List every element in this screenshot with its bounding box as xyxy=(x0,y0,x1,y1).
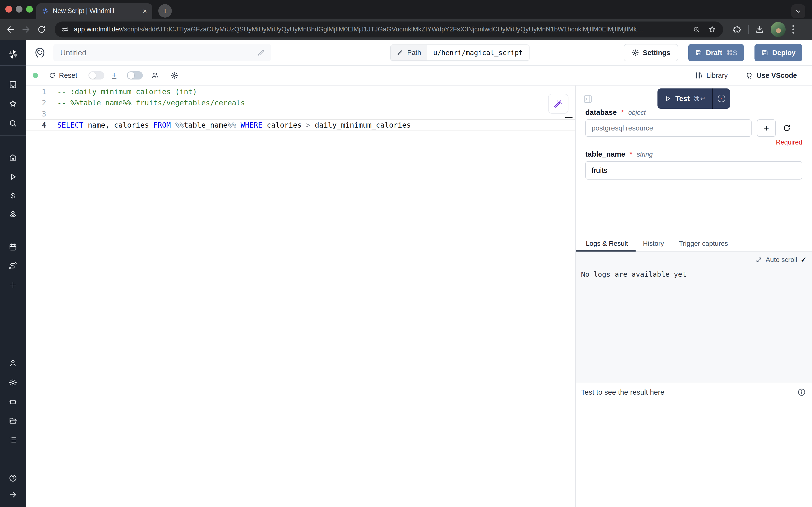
database-field-label: database* object xyxy=(585,108,802,116)
code-text: SELECT name, calories FROM %%table_name%… xyxy=(57,121,411,129)
sidebar-item-variables[interactable] xyxy=(0,191,26,200)
extensions-puzzle-icon[interactable] xyxy=(732,25,742,34)
diff-icon: ± xyxy=(112,70,117,81)
forward-button-icon[interactable] xyxy=(21,25,31,34)
url-text: app.windmill.dev/scripts/add#JTdCJTIyaGF… xyxy=(74,25,685,33)
magic-wand-icon xyxy=(553,98,564,109)
script-path-field[interactable]: Path u/henri/magical_script xyxy=(390,45,529,61)
collab-toggle[interactable] xyxy=(127,71,143,79)
window-zoom-button[interactable] xyxy=(26,6,33,12)
sidebar-item-home[interactable] xyxy=(0,153,26,162)
help-icon xyxy=(8,474,17,483)
sidebar-expand-button[interactable] xyxy=(0,490,26,499)
code-line-3[interactable]: 3 xyxy=(26,108,575,119)
toolbar-divider xyxy=(748,25,749,34)
sidebar-item-triggers[interactable] xyxy=(0,261,26,270)
window-minimize-button[interactable] xyxy=(16,6,22,12)
code-line-2[interactable]: 2-- %%table_name%% fruits/vegetables/cer… xyxy=(26,97,575,108)
sidebar-divider xyxy=(0,135,26,135)
zoom-in-icon[interactable] xyxy=(693,25,700,33)
diff-toggle[interactable] xyxy=(89,71,104,79)
sidebar-item-workspace[interactable] xyxy=(0,80,26,89)
folder-open-icon xyxy=(8,416,17,425)
sidebar-item-users[interactable] xyxy=(0,358,26,368)
sidebar-item-help[interactable] xyxy=(0,474,26,483)
arrow-right-icon xyxy=(8,490,17,499)
panel-collapse-icon[interactable] xyxy=(582,94,593,104)
table-name-input[interactable] xyxy=(585,161,802,179)
tab-close-icon[interactable]: × xyxy=(142,7,147,15)
sidebar-item-folders[interactable] xyxy=(0,416,26,425)
browser-tab[interactable]: New Script | Windmill × xyxy=(36,3,152,18)
table-name-field-label: table_name* string xyxy=(585,150,802,158)
reset-button[interactable]: Reset xyxy=(49,71,77,79)
windmill-logo-icon[interactable] xyxy=(0,49,26,60)
use-vscode-button[interactable]: Use VScode xyxy=(745,71,797,79)
postgresql-icon xyxy=(34,46,46,59)
code-line-1[interactable]: 1-- :daily_minimum_calories (int) xyxy=(26,86,575,97)
sidebar-item-audit-logs[interactable] xyxy=(0,436,26,444)
path-label: Path xyxy=(407,49,421,57)
script-summary-input[interactable]: Untitled xyxy=(53,44,271,61)
field-type: object xyxy=(628,109,646,116)
sidebar-item-search[interactable] xyxy=(0,119,26,128)
tab-logs-result[interactable]: Logs & Result xyxy=(586,240,628,247)
code-lines: 1-- :daily_minimum_calories (int)2-- %%t… xyxy=(26,86,575,130)
window-close-button[interactable] xyxy=(5,6,12,12)
tab-search-button[interactable] xyxy=(791,4,805,18)
ai-assistant-button[interactable] xyxy=(548,94,568,114)
database-resource-input[interactable] xyxy=(585,119,752,137)
sidebar-item-runs[interactable] xyxy=(0,172,26,181)
refresh-icon xyxy=(49,72,56,79)
sidebar-item-settings[interactable] xyxy=(0,378,26,387)
test-button[interactable]: Test ⌘↵ xyxy=(657,89,712,109)
result-placeholder-row: Test to see the result here xyxy=(576,383,812,397)
browser-menu-icon[interactable] xyxy=(793,25,794,34)
sidebar-item-favorites[interactable] xyxy=(0,99,26,108)
sidebar-item-resources[interactable] xyxy=(0,211,26,219)
capture-test-button[interactable] xyxy=(713,89,730,109)
plus-icon xyxy=(8,281,17,289)
field-name: table_name xyxy=(585,150,625,158)
refresh-resource-icon[interactable] xyxy=(782,124,791,132)
info-icon[interactable] xyxy=(797,388,806,397)
gear-icon xyxy=(8,378,17,387)
sidebar-item-schedules[interactable] xyxy=(0,243,26,251)
search-icon xyxy=(8,119,17,128)
expand-icon xyxy=(755,257,762,263)
calendar-icon xyxy=(8,243,17,251)
bookmark-star-icon[interactable] xyxy=(708,25,716,34)
new-tab-button[interactable]: + xyxy=(158,4,172,18)
address-bar[interactable]: app.windmill.dev/scripts/add#JTdCJTIyaGF… xyxy=(55,21,723,38)
code-editor[interactable]: 1-- :daily_minimum_calories (int)2-- %%t… xyxy=(26,86,575,507)
draft-shortcut: ⌘S xyxy=(726,49,737,57)
line-number: 4 xyxy=(26,121,57,129)
library-button[interactable]: Library xyxy=(695,71,728,79)
profile-avatar[interactable] xyxy=(771,22,786,37)
code-line-4[interactable]: 4SELECT name, calories FROM %%table_name… xyxy=(26,119,575,130)
sidebar-item-add[interactable] xyxy=(0,281,26,289)
settings-button[interactable]: Settings xyxy=(624,44,678,61)
editor-settings-icon[interactable] xyxy=(170,71,178,79)
downloads-icon[interactable] xyxy=(755,25,764,34)
tab-history[interactable]: History xyxy=(643,240,664,247)
add-resource-button[interactable]: + xyxy=(757,119,776,137)
line-number: 2 xyxy=(26,99,57,107)
tab-trigger-captures[interactable]: Trigger captures xyxy=(679,240,728,247)
browser-actions xyxy=(723,22,800,37)
auto-scroll-control[interactable]: Auto scroll ✓ xyxy=(576,251,812,264)
reload-button-icon[interactable] xyxy=(37,25,46,34)
main-content: Untitled Path u/henri/magical_script Set… xyxy=(26,40,812,507)
crosshair-icon xyxy=(717,94,726,103)
route-icon xyxy=(8,261,17,270)
site-settings-icon[interactable] xyxy=(61,25,69,33)
reset-label: Reset xyxy=(59,71,77,79)
sidebar-item-workers[interactable] xyxy=(0,397,26,406)
home-icon xyxy=(8,153,17,162)
line-number: 1 xyxy=(26,88,57,96)
vscode-label: Use VScode xyxy=(756,71,797,79)
draft-button[interactable]: Draft ⌘S xyxy=(688,44,744,61)
deploy-button[interactable]: Deploy xyxy=(754,44,802,61)
back-button-icon[interactable] xyxy=(6,25,15,34)
building-icon xyxy=(8,80,17,89)
